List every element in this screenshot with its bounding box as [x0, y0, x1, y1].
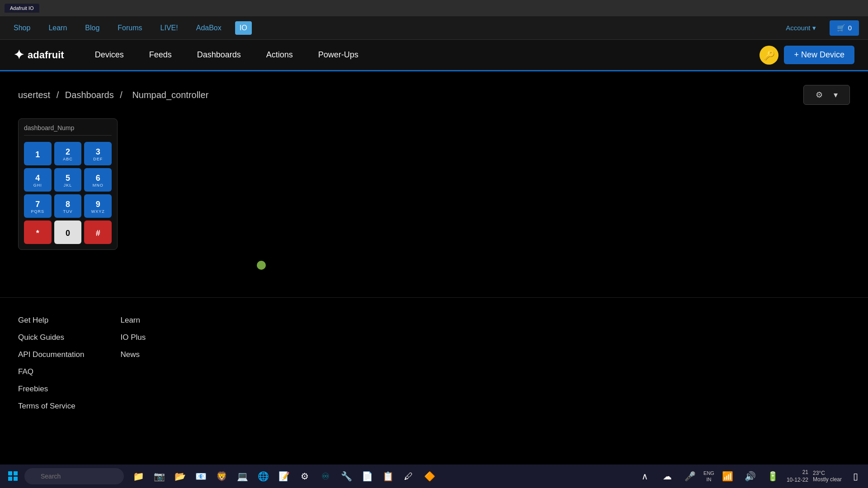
breadcrumb-section[interactable]: Dashboards [65, 90, 114, 100]
search-wrap: 🔍 [24, 468, 124, 484]
nav-io[interactable]: IO [235, 21, 252, 35]
numpad-btn-7[interactable]: 7 PQRS [24, 194, 52, 218]
cart-button[interactable]: 🛒 0 [830, 20, 859, 36]
main-nav-links: Devices Feeds Dashboards Actions Power-U… [82, 39, 760, 71]
numpad-num: 5 [66, 174, 70, 182]
numpad-num: 1 [35, 150, 40, 159]
taskbar-tool2[interactable]: 🔧 [337, 467, 355, 485]
footer-link-quick-guides[interactable]: Quick Guides [18, 333, 84, 342]
main-nav: ✦ adafruit Devices Feeds Dashboards Acti… [0, 40, 868, 71]
account-link[interactable]: Account ▾ [781, 21, 820, 35]
taskbar-battery[interactable]: 🔋 [764, 467, 782, 485]
numpad-num: 7 [35, 200, 40, 208]
taskbar-files[interactable]: 📂 [171, 467, 189, 485]
top-nav: Shop Learn Blog Forums LIVE! AdaBox IO A… [0, 16, 868, 40]
taskbar-ide[interactable]: ⚙ [296, 467, 314, 485]
cart-icon: 🛒 [837, 24, 845, 32]
top-nav-right: Account ▾ 🛒 0 [781, 20, 859, 36]
taskbar-mic[interactable]: 🎤 [681, 467, 699, 485]
numpad-btn-9[interactable]: 9 WXYZ [84, 194, 112, 218]
numpad-num: 4 [35, 174, 40, 182]
taskbar-lang: ENG IN [703, 470, 714, 483]
nav-learn[interactable]: Learn [44, 21, 71, 35]
taskbar-editor2[interactable]: 🖊 [400, 467, 418, 485]
nav-dashboards[interactable]: Dashboards [184, 39, 254, 71]
logo[interactable]: ✦ adafruit [14, 47, 64, 62]
svg-rect-2 [8, 477, 12, 481]
taskbar-arduino[interactable]: ♾ [316, 467, 335, 485]
nav-power-ups[interactable]: Power-Ups [306, 39, 371, 71]
settings-button[interactable]: ⚙ ▾ [803, 85, 850, 105]
breadcrumb-user[interactable]: usertest [18, 90, 50, 100]
taskbar-camera[interactable]: 📷 [150, 467, 168, 485]
search-input[interactable] [24, 468, 124, 484]
numpad-btn-3[interactable]: 3 DEF [84, 142, 112, 165]
footer-link-faq[interactable]: FAQ [18, 367, 84, 376]
numpad-sub: JKL [64, 183, 72, 188]
taskbar-icons: 📁 📷 📂 📧 🦁 💻 🌐 📝 ⚙ ♾ 🔧 📄 📋 🖊 🔶 [129, 467, 439, 485]
numpad-btn-star[interactable]: * [24, 221, 52, 244]
numpad-btn-1[interactable]: 1 [24, 142, 52, 165]
main-content: usertest / Dashboards / Numpad_controlle… [0, 71, 868, 297]
footer-link-io-plus[interactable]: IO Plus [120, 333, 146, 342]
numpad-sub: ABC [63, 157, 73, 161]
nav-live[interactable]: LIVE! [156, 21, 183, 35]
footer-link-learn[interactable]: Learn [120, 316, 146, 325]
numpad-btn-2[interactable]: 2 ABC [54, 142, 82, 165]
footer-link-api-docs[interactable]: API Documentation [18, 350, 84, 359]
taskbar-cloud[interactable]: ☁ [658, 467, 676, 485]
breadcrumb-sep1: / [57, 90, 61, 100]
taskbar-tool3[interactable]: 🔶 [420, 467, 439, 485]
breadcrumb: usertest / Dashboards / Numpad_controlle… [18, 90, 212, 100]
new-device-button[interactable]: + New Device [784, 46, 854, 64]
taskbar-weather: 23°C Mostly clear [813, 470, 842, 483]
taskbar-code[interactable]: 💻 [233, 467, 251, 485]
nav-devices[interactable]: Devices [82, 39, 137, 71]
taskbar-right: ∧ ☁ 🎤 ENG IN 📶 🔊 🔋 21 10-12-22 23°C Most… [636, 467, 864, 485]
start-button[interactable] [4, 469, 23, 484]
numpad-btn-5[interactable]: 5 JKL [54, 168, 82, 192]
taskbar-notes[interactable]: 📝 [275, 467, 293, 485]
nav-forums[interactable]: Forums [113, 21, 146, 35]
breadcrumb-row: usertest / Dashboards / Numpad_controlle… [18, 85, 850, 105]
logo-icon: ✦ [14, 47, 24, 62]
taskbar-outlook[interactable]: 📧 [192, 467, 210, 485]
footer-link-news[interactable]: News [120, 350, 146, 359]
nav-shop[interactable]: Shop [9, 21, 35, 35]
numpad-num: 3 [96, 148, 100, 156]
footer-link-get-help[interactable]: Get Help [18, 316, 84, 325]
main-nav-right: 🔑 + New Device [760, 46, 854, 65]
nav-actions[interactable]: Actions [254, 39, 306, 71]
footer-col-2: Learn IO Plus News [120, 316, 146, 419]
taskbar-text-editor[interactable]: 📋 [379, 467, 397, 485]
nav-feeds[interactable]: Feeds [137, 39, 184, 71]
numpad-num: 2 [66, 148, 70, 156]
numpad-btn-8[interactable]: 8 TUV [54, 194, 82, 218]
footer-grid: Get Help Quick Guides API Documentation … [18, 316, 850, 419]
numpad-btn-6[interactable]: 6 MNO [84, 168, 112, 192]
taskbar-tray-expand[interactable]: ∧ [636, 467, 654, 485]
numpad-btn-4[interactable]: 4 GHI [24, 168, 52, 192]
taskbar-browser-red[interactable]: 🦁 [212, 467, 231, 485]
numpad-sub: WXYZ [91, 209, 105, 214]
taskbar-wifi[interactable]: 📶 [719, 467, 737, 485]
taskbar-chrome[interactable]: 🌐 [254, 467, 272, 485]
browser-tab[interactable]: Adafruit IO [5, 4, 39, 13]
taskbar-doc[interactable]: 📄 [358, 467, 376, 485]
numpad-sub: DEF [93, 157, 103, 161]
footer-link-freebies[interactable]: Freebies [18, 385, 84, 394]
numpad-btn-hash[interactable]: # [84, 221, 112, 244]
nav-adabox[interactable]: AdaBox [192, 21, 226, 35]
taskbar-show-desktop[interactable]: ▯ [846, 467, 864, 485]
numpad-num: 6 [96, 174, 100, 182]
cart-count: 0 [848, 24, 852, 32]
settings-icon: ⚙ [816, 90, 823, 100]
nav-blog[interactable]: Blog [80, 21, 104, 35]
logo-text: adafruit [28, 49, 64, 61]
footer-link-terms[interactable]: Terms of Service [18, 402, 84, 411]
key-icon[interactable]: 🔑 [760, 46, 778, 65]
numpad-sub: MNO [93, 183, 104, 188]
numpad-btn-0[interactable]: 0 [54, 221, 82, 244]
taskbar-file-manager[interactable]: 📁 [129, 467, 147, 485]
taskbar-volume[interactable]: 🔊 [741, 467, 760, 485]
